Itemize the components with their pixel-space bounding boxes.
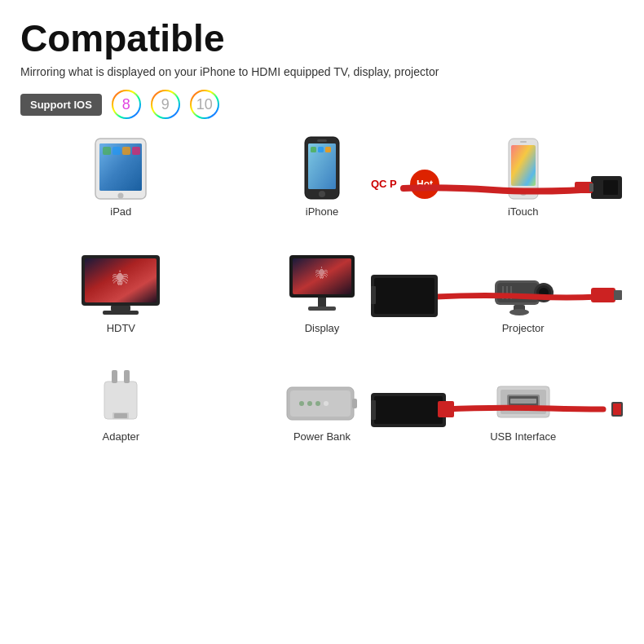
svg-rect-68	[371, 400, 376, 420]
ios-version-9: 9	[151, 90, 180, 119]
svg-rect-69	[438, 401, 454, 417]
cable-section-row2	[371, 252, 624, 342]
iphone-icon	[302, 135, 342, 201]
svg-rect-67	[374, 396, 443, 424]
device-hdtv: 🕷 HDTV	[20, 248, 222, 334]
cable-row1-svg	[395, 148, 624, 229]
svg-rect-53	[114, 413, 127, 418]
cable-row3-svg	[371, 364, 624, 454]
cable-section-row1: QC P Hot	[363, 143, 624, 233]
svg-point-59	[315, 401, 320, 406]
svg-rect-14	[318, 147, 324, 152]
svg-rect-26	[111, 306, 130, 311]
powerbank-icon	[285, 360, 359, 426]
iphone-label: iPhone	[306, 205, 338, 218]
ipad-icon	[92, 135, 149, 201]
adapter-label: Adapter	[103, 430, 140, 443]
svg-rect-19	[520, 141, 527, 143]
display-label: Display	[305, 322, 340, 334]
svg-rect-4	[103, 147, 111, 155]
ios-version-10: 10	[190, 90, 219, 119]
svg-rect-71	[613, 404, 621, 415]
svg-point-3	[118, 193, 124, 199]
svg-rect-7	[132, 147, 140, 155]
qc-label: QC P	[371, 178, 397, 190]
svg-point-11	[319, 191, 325, 197]
support-ios-badge: Support IOS	[20, 94, 102, 116]
svg-rect-23	[589, 183, 593, 192]
device-ipad: iPad	[20, 135, 222, 218]
svg-rect-12	[317, 139, 327, 142]
svg-rect-51	[124, 370, 130, 383]
svg-rect-45	[374, 278, 434, 314]
svg-text:🕷: 🕷	[315, 267, 329, 280]
ios-support-bar: Support IOS 8 9 10	[20, 90, 624, 119]
svg-point-57	[299, 401, 304, 406]
svg-rect-21	[603, 180, 618, 195]
ios-version-8: 8	[112, 90, 141, 119]
svg-point-60	[324, 401, 329, 406]
svg-rect-15	[325, 147, 331, 152]
svg-rect-5	[112, 147, 121, 155]
svg-rect-32	[308, 307, 336, 311]
svg-text:🕷: 🕷	[112, 270, 129, 288]
svg-rect-50	[112, 370, 117, 383]
page-title: Compatible	[20, 16, 624, 60]
powerbank-label: Power Bank	[293, 430, 351, 443]
svg-rect-27	[103, 311, 139, 315]
adapter-icon	[98, 360, 143, 426]
ipad-label: iPad	[110, 205, 131, 218]
hdtv-icon: 🕷	[80, 248, 161, 317]
page-subtitle: Mirroring what is displayed on your iPho…	[20, 65, 624, 78]
hdtv-label: HDTV	[107, 322, 135, 334]
cable-row2-svg	[371, 252, 624, 342]
svg-rect-46	[371, 286, 376, 304]
device-adapter: Adapter	[20, 360, 222, 443]
cable-section-row3	[371, 364, 624, 454]
main-container: Compatible Mirroring what is displayed o…	[0, 0, 644, 474]
svg-rect-13	[311, 147, 316, 152]
svg-rect-6	[122, 147, 130, 155]
svg-rect-31	[318, 298, 326, 307]
svg-rect-47	[591, 288, 615, 302]
svg-rect-56	[352, 399, 357, 408]
svg-point-58	[307, 401, 312, 406]
display-icon: 🕷	[285, 248, 359, 317]
svg-rect-48	[614, 290, 622, 300]
